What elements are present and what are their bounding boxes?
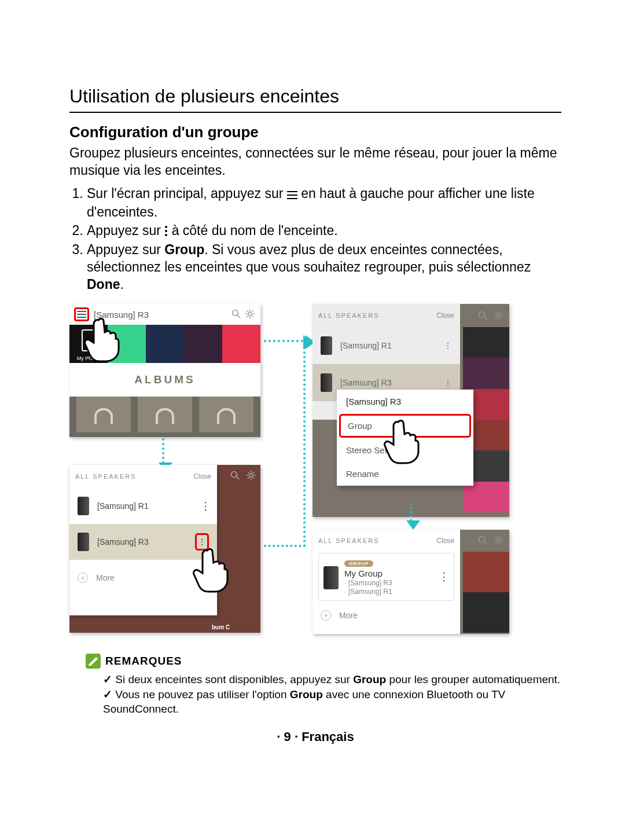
menu-item-group[interactable]: Group <box>339 414 471 438</box>
main-title: [Samsung] R3 <box>94 310 227 320</box>
group-badge: GROUP <box>344 560 373 567</box>
svg-point-5 <box>248 312 252 316</box>
more-vert-button[interactable]: ⋮ <box>195 533 209 551</box>
menu-item-stereo[interactable]: Stereo Set <box>337 438 473 462</box>
more-vert-icon <box>164 223 168 241</box>
group-name: My Group <box>344 568 392 578</box>
svg-point-0 <box>165 226 167 228</box>
speaker-name: [Samsung] R3 <box>340 378 392 387</box>
tile-4[interactable] <box>184 325 222 363</box>
hamburger-icon <box>77 311 86 318</box>
arrow-down-icon <box>162 438 164 464</box>
album-thumbnails <box>69 397 260 432</box>
step-1: Sur l'écran principal, appuyez sur en ha… <box>87 185 561 221</box>
screenshot-context-menu: ALL SPEAKERS Close [Samsung] R1 ⋮ [Samsu… <box>312 304 509 517</box>
notes-title: REMARQUES <box>105 655 182 667</box>
page-title: Utilisation de plusieurs enceintes <box>69 86 561 107</box>
all-speakers-label: ALL SPEAKERS <box>75 473 137 480</box>
search-icon[interactable] <box>478 311 487 322</box>
menu-title: [Samsung] R3 <box>337 390 473 413</box>
more-row[interactable]: + More <box>312 606 460 625</box>
arrow-path-icon <box>264 342 306 547</box>
gear-icon[interactable] <box>245 309 255 320</box>
svg-point-6 <box>231 472 237 478</box>
step-2-a: Appuyez sur <box>87 223 164 238</box>
steps-list: Sur l'écran principal, appuyez sur en ha… <box>69 185 561 294</box>
tile-myphone[interactable]: My Phone <box>69 325 108 363</box>
context-menu: [Samsung] R3 Group Stereo Set Rename <box>337 390 473 486</box>
albums-header: ALBUMS <box>69 363 260 397</box>
album-thumb[interactable] <box>138 397 192 432</box>
step-3: Appuyez sur Group. Si vous avez plus de … <box>87 241 561 294</box>
step-2: Appuyez sur à côté du nom de l'enceinte. <box>87 222 561 241</box>
intro-text: Groupez plusieurs enceintes, connectées … <box>69 145 561 179</box>
screenshot-main: [Samsung] R3 My Phone ALBUMS <box>69 304 260 437</box>
more-vert-icon[interactable]: ⋮ <box>444 341 452 350</box>
more-vert-icon[interactable]: ⋮ <box>200 500 209 512</box>
svg-point-11 <box>497 314 501 317</box>
all-speakers-label: ALL SPEAKERS <box>318 537 380 544</box>
arrow-down-icon <box>410 503 412 522</box>
gear-icon[interactable] <box>494 535 503 546</box>
step-3-c: . <box>120 277 124 292</box>
step-3-bold2: Done <box>87 277 120 292</box>
group-member: · [Samsung] R3 <box>344 579 392 587</box>
speaker-name: [Samsung] R1 <box>97 501 149 511</box>
note-item: Si deux enceintes sont disponibles, appu… <box>103 672 561 687</box>
speaker-row-r1[interactable]: [Samsung] R1 ⋮ <box>312 327 460 364</box>
close-button[interactable]: Close <box>436 537 454 545</box>
screenshot-speaker-list: ALL SPEAKERS Close [Samsung] R1 ⋮ [Samsu… <box>69 465 260 633</box>
search-icon[interactable] <box>230 471 240 482</box>
tile-3[interactable] <box>146 325 184 363</box>
speaker-icon <box>321 373 332 392</box>
all-speakers-header: ALL SPEAKERS Close <box>69 465 217 488</box>
svg-point-9 <box>479 312 485 318</box>
speaker-icon <box>323 566 339 589</box>
speaker-icon <box>78 533 89 551</box>
note-bold: Group <box>353 673 386 685</box>
svg-line-4 <box>238 315 241 318</box>
album-thumb[interactable] <box>199 397 253 432</box>
note-text: Vous ne pouvez pas utiliser l'option <box>115 688 290 700</box>
group-card[interactable]: GROUP My Group · [Samsung] R3 · [Samsung… <box>318 553 454 601</box>
all-speakers-label: ALL SPEAKERS <box>318 312 380 319</box>
album-thumb[interactable] <box>76 397 131 432</box>
close-button[interactable]: Close <box>436 311 454 320</box>
svg-point-14 <box>497 538 501 542</box>
svg-point-8 <box>249 474 253 477</box>
more-label: More <box>96 573 115 582</box>
gear-icon[interactable] <box>494 311 503 322</box>
source-tiles: My Phone <box>69 325 260 363</box>
speaker-name: [Samsung] R1 <box>340 341 392 350</box>
speaker-row-r1[interactable]: [Samsung] R1 ⋮ <box>69 488 217 524</box>
search-icon[interactable] <box>231 309 241 320</box>
gear-icon[interactable] <box>247 471 256 482</box>
tile-2[interactable] <box>108 325 146 363</box>
hamburger-button[interactable] <box>74 307 89 321</box>
plus-icon: + <box>321 610 331 621</box>
title-rule <box>69 112 561 113</box>
more-vert-icon[interactable]: ⋮ <box>444 378 452 387</box>
more-row[interactable]: + More <box>69 560 217 596</box>
more-vert-icon[interactable]: ⋮ <box>439 570 449 583</box>
svg-point-3 <box>233 310 238 316</box>
page-footer: · 9 · Français <box>69 729 561 744</box>
more-label: More <box>339 611 358 620</box>
svg-line-13 <box>484 542 487 545</box>
search-icon[interactable] <box>478 535 487 546</box>
hamburger-icon <box>287 186 297 204</box>
step-2-b: à côté du nom de l'enceinte. <box>172 223 338 238</box>
plus-icon: + <box>78 573 88 583</box>
svg-line-10 <box>484 317 487 320</box>
speaker-icon <box>78 497 89 515</box>
speaker-name: [Samsung] R3 <box>97 537 149 546</box>
step-1-a: Sur l'écran principal, appuyez sur <box>87 186 287 201</box>
all-speakers-header: ALL SPEAKERS Close <box>312 304 460 327</box>
screenshot-diagram: [Samsung] R3 My Phone ALBUMS <box>69 304 561 640</box>
speaker-row-r3[interactable]: [Samsung] R3 ⋮ <box>69 524 217 560</box>
note-icon <box>86 654 101 669</box>
close-button[interactable]: Close <box>193 472 211 480</box>
tile-5[interactable] <box>222 325 260 363</box>
bg-text: bum C <box>212 624 230 630</box>
menu-item-rename[interactable]: Rename <box>337 462 473 486</box>
